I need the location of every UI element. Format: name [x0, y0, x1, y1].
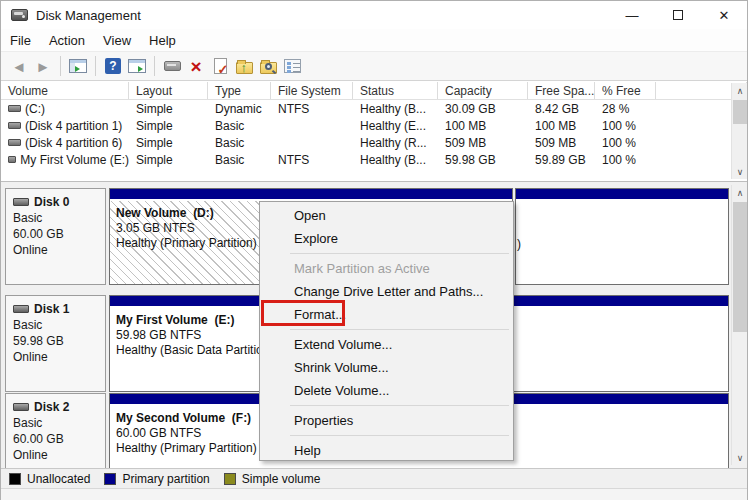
status-bar — [1, 488, 747, 500]
console-tree-icon[interactable] — [66, 54, 90, 78]
menu-separator — [290, 435, 509, 436]
forward-icon[interactable]: ► — [31, 54, 55, 78]
disk-icon — [13, 305, 29, 313]
legend-unallocated: Unallocated — [9, 472, 90, 486]
menu-action[interactable]: Action — [40, 33, 94, 48]
maximize-icon — [673, 10, 683, 20]
menubar: File Action View Help — [1, 29, 747, 51]
delete-icon[interactable]: × — [184, 54, 208, 78]
scroll-up-icon[interactable]: ∧ — [732, 83, 748, 98]
column-free-space[interactable]: Free Spa... — [528, 82, 595, 99]
folder-up-icon[interactable]: ↑ — [232, 54, 256, 78]
menu-item-open[interactable]: Open — [260, 204, 513, 227]
disk-properties-icon[interactable] — [160, 54, 184, 78]
disk-management-window: Disk Management — ✕ File Action View Hel… — [0, 0, 748, 500]
menu-item-help[interactable]: Help — [260, 439, 513, 462]
menu-view[interactable]: View — [94, 33, 140, 48]
volume-list-header: Volume Layout Type File System Status Ca… — [1, 82, 747, 100]
volume-list: Volume Layout Type File System Status Ca… — [1, 82, 747, 181]
context-menu: Open Explore Mark Partition as Active Ch… — [259, 201, 514, 461]
help-icon[interactable]: ? — [101, 54, 125, 78]
menu-item-shrink-volume[interactable]: Shrink Volume... — [260, 356, 513, 379]
disk2-label[interactable]: Disk 2 Basic 60.00 GB Online — [5, 393, 106, 468]
menu-item-extend-volume[interactable]: Extend Volume... — [260, 333, 513, 356]
legend-simple-volume: Simple volume — [224, 472, 321, 486]
volume-box-disk0-partition2[interactable]: ) — [515, 188, 729, 285]
settings-list-icon[interactable] — [280, 54, 304, 78]
hidden-partition-text-fragment: ) — [517, 237, 521, 251]
partition-color-strip — [516, 189, 728, 200]
window-title: Disk Management — [36, 8, 141, 23]
toolbar-separator — [60, 56, 61, 76]
unallocated-swatch — [9, 473, 21, 485]
volume-icon — [8, 156, 16, 163]
column-pct-free[interactable]: % Free — [595, 82, 656, 99]
column-layout[interactable]: Layout — [129, 82, 208, 99]
primary-partition-swatch — [104, 473, 116, 485]
legend-bar: Unallocated Primary partition Simple vol… — [1, 468, 747, 488]
folder-search-icon[interactable] — [256, 54, 280, 78]
scroll-thumb[interactable] — [733, 202, 747, 332]
close-button[interactable]: ✕ — [701, 1, 747, 29]
menu-item-delete-volume[interactable]: Delete Volume... — [260, 379, 513, 402]
graphical-scrollbar[interactable]: ∧ ∨ — [731, 185, 747, 465]
table-row[interactable]: (Disk 4 partition 1) Simple Basic Health… — [1, 117, 747, 134]
partition-color-strip — [110, 189, 512, 200]
column-type[interactable]: Type — [208, 82, 271, 99]
maximize-button[interactable] — [655, 1, 701, 29]
volume-icon — [8, 122, 21, 129]
disk-icon — [13, 198, 29, 206]
toolbar: ◄ ► ? × ✓ ↑ — [1, 51, 747, 81]
check-disk-icon[interactable]: ✓ — [208, 54, 232, 78]
titlebar: Disk Management — ✕ — [1, 1, 747, 29]
menu-item-mark-partition-active: Mark Partition as Active — [260, 257, 513, 280]
back-icon[interactable]: ◄ — [7, 54, 31, 78]
menu-file[interactable]: File — [1, 33, 40, 48]
table-row[interactable]: (Disk 4 partition 6) Simple Basic Health… — [1, 134, 747, 151]
scroll-up-icon[interactable]: ∧ — [732, 185, 748, 200]
column-capacity[interactable]: Capacity — [438, 82, 528, 99]
menu-help[interactable]: Help — [140, 33, 185, 48]
disk1-label[interactable]: Disk 1 Basic 59.98 GB Online — [5, 295, 106, 392]
action-pane-icon[interactable] — [125, 54, 149, 78]
simple-volume-swatch — [224, 473, 236, 485]
volume-icon — [8, 139, 21, 146]
menu-item-properties[interactable]: Properties — [260, 409, 513, 432]
disk-management-app-icon — [11, 9, 28, 21]
scroll-down-icon[interactable]: ∨ — [732, 164, 748, 179]
minimize-button[interactable]: — — [609, 1, 655, 29]
menu-separator — [290, 329, 509, 330]
disk-icon — [13, 403, 29, 411]
list-scrollbar[interactable]: ∧ ∨ — [731, 83, 747, 179]
table-row[interactable]: (C:) Simple Dynamic NTFS Healthy (B... 3… — [1, 100, 747, 117]
volume-icon — [8, 105, 21, 112]
column-volume[interactable]: Volume — [1, 82, 129, 99]
column-status[interactable]: Status — [353, 82, 438, 99]
format-highlight-annotation — [261, 300, 345, 326]
legend-primary-partition: Primary partition — [104, 472, 209, 486]
menu-separator — [290, 253, 509, 254]
toolbar-separator — [95, 56, 96, 76]
scroll-down-icon[interactable]: ∨ — [732, 450, 748, 465]
table-row[interactable]: My First Volume (E:) Simple Basic NTFS H… — [1, 151, 747, 168]
column-file-system[interactable]: File System — [271, 82, 353, 99]
scroll-thumb[interactable] — [733, 100, 747, 124]
menu-item-explore[interactable]: Explore — [260, 227, 513, 250]
toolbar-separator — [154, 56, 155, 76]
menu-separator — [290, 405, 509, 406]
disk0-label[interactable]: Disk 0 Basic 60.00 GB Online — [5, 188, 106, 285]
